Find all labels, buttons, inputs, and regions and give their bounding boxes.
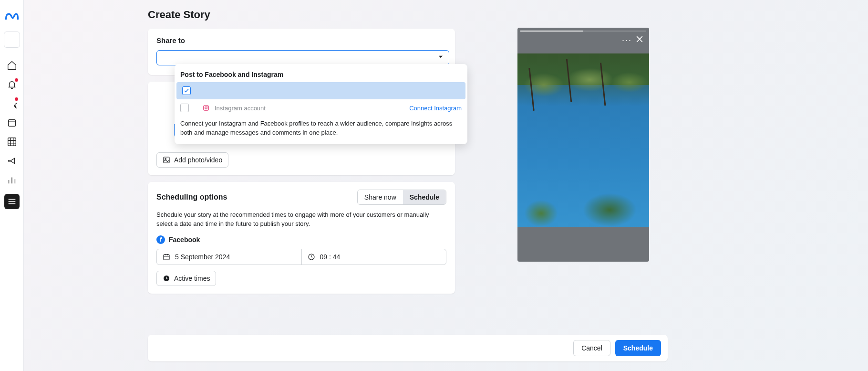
planner-icon[interactable] [7, 117, 17, 128]
facebook-icon: f [156, 235, 165, 244]
svg-point-3 [205, 107, 207, 109]
progress-bar [520, 31, 646, 32]
page-title: Create Story [148, 9, 868, 21]
insights-icon[interactable] [7, 175, 17, 185]
date-input[interactable]: 5 September 2024 [157, 249, 301, 265]
svg-point-6 [165, 159, 166, 160]
profile-switcher[interactable] [4, 32, 20, 48]
notifications-icon[interactable] [7, 79, 17, 90]
svg-rect-0 [8, 120, 15, 127]
svg-point-4 [207, 106, 207, 106]
share-to-dropdown: Post to Facebook and Instagram Instagram… [175, 64, 467, 144]
svg-rect-1 [8, 138, 16, 146]
schedule-toggle-button[interactable]: Schedule [403, 190, 446, 204]
svg-rect-2 [204, 106, 209, 111]
svg-rect-7 [164, 254, 169, 260]
clock-icon [308, 253, 315, 261]
time-value: 09 : 44 [320, 253, 341, 261]
add-photo-video-button[interactable]: Add photo/video [156, 152, 228, 168]
clock-filled-icon [163, 275, 170, 282]
date-value: 5 September 2024 [175, 253, 230, 261]
scheduling-description: Schedule your story at the recommended t… [156, 211, 446, 229]
image-icon [163, 156, 170, 164]
close-icon[interactable] [635, 34, 644, 44]
scheduling-card: Scheduling options Share now Schedule Sc… [148, 182, 455, 294]
chevron-down-icon [437, 53, 444, 62]
instagram-icon [202, 104, 210, 112]
add-photo-video-label: Add photo/video [174, 156, 222, 164]
dropdown-description: Connect your Instagram and Facebook prof… [175, 117, 467, 138]
home-icon[interactable] [7, 60, 17, 71]
main-content: Create Story Share to Post to Facebook a… [24, 0, 868, 371]
share-to-select[interactable] [156, 50, 449, 65]
footer-bar: Cancel Schedule [148, 335, 668, 361]
notification-dot [15, 78, 18, 82]
svg-rect-5 [164, 157, 169, 163]
active-times-button[interactable]: Active times [156, 271, 216, 286]
meta-logo-icon [5, 9, 19, 23]
calendar-icon [163, 253, 170, 261]
cancel-button[interactable]: Cancel [573, 340, 610, 356]
more-icon[interactable]: ··· [622, 35, 632, 45]
checkbox-unchecked-icon[interactable] [180, 104, 189, 112]
content-icon[interactable] [7, 137, 17, 147]
schedule-toggle: Share now Schedule [357, 190, 446, 205]
dropdown-option-facebook[interactable] [176, 82, 465, 99]
facebook-schedule-row: f Facebook [156, 235, 446, 244]
left-sidebar [0, 0, 24, 371]
instagram-account-label: Instagram account [215, 105, 404, 112]
schedule-button[interactable]: Schedule [615, 340, 661, 356]
datetime-inputs: 5 September 2024 09 : 44 [156, 249, 446, 265]
share-to-label: Share to [156, 36, 446, 44]
facebook-label: Facebook [169, 236, 200, 244]
story-preview: ··· [517, 28, 649, 262]
progress-fill [520, 31, 583, 32]
time-input[interactable]: 09 : 44 [301, 249, 446, 265]
active-times-label: Active times [174, 275, 210, 282]
all-tools-icon[interactable] [4, 194, 20, 209]
dropdown-option-instagram[interactable]: Instagram account Connect Instagram [175, 99, 467, 117]
message-dot [15, 97, 18, 101]
dropdown-header: Post to Facebook and Instagram [175, 69, 467, 82]
ads-icon[interactable] [7, 156, 17, 166]
connect-instagram-link[interactable]: Connect Instagram [409, 105, 462, 112]
checkbox-checked-icon[interactable] [182, 86, 191, 95]
messages-icon[interactable] [7, 98, 17, 109]
share-now-button[interactable]: Share now [358, 190, 403, 204]
preview-image [517, 53, 649, 227]
scheduling-title: Scheduling options [156, 193, 227, 201]
